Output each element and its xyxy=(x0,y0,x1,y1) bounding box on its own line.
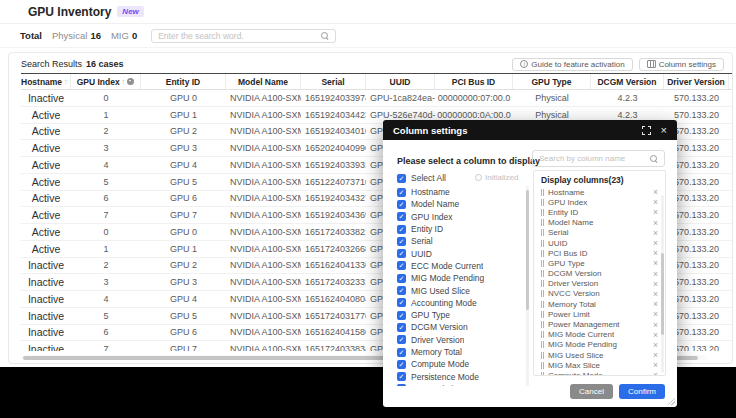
drag-handle-icon[interactable] xyxy=(541,352,544,359)
checkbox-checked-icon[interactable]: ✓ xyxy=(397,323,406,332)
checkbox-checked-icon[interactable]: ✓ xyxy=(397,348,406,357)
column-checkbox-item[interactable]: ✓UUID xyxy=(397,247,509,259)
drag-handle-icon[interactable] xyxy=(541,280,544,287)
column-checkbox-item[interactable]: ✓GPU Type xyxy=(397,309,509,321)
checkbox-checked-icon[interactable]: ✓ xyxy=(397,298,406,307)
display-column-item[interactable]: Model Name× xyxy=(534,218,665,228)
column-checkbox-item[interactable]: ✓Driver Version xyxy=(397,334,509,346)
column-settings-button[interactable]: Column settings xyxy=(639,58,724,71)
remove-icon[interactable]: × xyxy=(653,350,658,360)
drag-handle-icon[interactable] xyxy=(541,250,544,257)
column-checkbox-item[interactable]: ✓GPU Index xyxy=(397,211,509,223)
display-column-item[interactable]: Power Management× xyxy=(534,319,665,329)
column-checkbox-item[interactable]: ✓Hostname xyxy=(397,186,509,198)
checkbox-checked-icon[interactable]: ✓ xyxy=(397,212,406,221)
drag-handle-icon[interactable] xyxy=(541,321,544,328)
drag-handle-icon[interactable] xyxy=(541,219,544,226)
drag-handle-icon[interactable] xyxy=(541,270,544,277)
display-column-item[interactable]: GPU Index× xyxy=(534,197,665,207)
display-column-item[interactable]: UUID× xyxy=(534,238,665,248)
remove-icon[interactable]: × xyxy=(653,228,658,238)
display-column-item[interactable]: MIG Mode Current× xyxy=(534,330,665,340)
display-column-item[interactable]: MIG Used Slice× xyxy=(534,350,665,360)
checkbox-checked-icon[interactable]: ✓ xyxy=(397,360,406,369)
search-icon[interactable] xyxy=(321,32,329,40)
remove-icon[interactable]: × xyxy=(653,309,658,319)
column-header-dcgm-version[interactable]: DCGM Version xyxy=(591,74,664,89)
guide-button[interactable]: i Guide to feature activation xyxy=(512,58,632,71)
expand-icon[interactable] xyxy=(642,126,651,135)
drag-handle-icon[interactable] xyxy=(541,301,544,308)
column-checkbox-item[interactable]: ✓DCGM Version xyxy=(397,321,509,333)
drag-handle-icon[interactable] xyxy=(541,290,544,297)
display-column-item[interactable]: MIG Max Slice× xyxy=(534,360,665,370)
close-icon[interactable]: × xyxy=(661,125,667,136)
column-header-gpu-index[interactable]: GPU Index↑ xyxy=(71,74,141,89)
drag-handle-icon[interactable] xyxy=(541,372,544,376)
checkbox-checked-icon[interactable]: ✓ xyxy=(397,384,406,386)
remove-icon[interactable]: × xyxy=(653,299,658,309)
column-checkbox-item[interactable]: ✓Model Name xyxy=(397,198,509,210)
column-search-input[interactable]: Search by column name xyxy=(532,150,665,167)
checkbox-list-scrollbar[interactable] xyxy=(526,186,529,386)
column-header-model-name[interactable]: Model Name xyxy=(226,74,301,89)
display-list-scrollbar[interactable] xyxy=(661,195,664,373)
checkbox-checked-icon[interactable]: ✓ xyxy=(397,311,406,320)
column-header-entity-id[interactable]: Entity ID xyxy=(141,74,226,89)
checkbox-checked-icon[interactable]: ✓ xyxy=(397,200,406,209)
checkbox-list-scrollbar-thumb[interactable] xyxy=(526,190,529,310)
column-checkbox-item[interactable]: ✓Memory Total xyxy=(397,346,509,358)
checkbox-checked-icon[interactable]: ✓ xyxy=(397,286,406,295)
column-header-driver-version[interactable]: Driver Version xyxy=(664,74,729,89)
column-header-uuid[interactable]: UUID xyxy=(366,74,435,89)
checkbox-checked-icon[interactable]: ✓ xyxy=(397,225,406,234)
display-column-item[interactable]: Entity ID× xyxy=(534,207,665,217)
drag-handle-icon[interactable] xyxy=(541,362,544,369)
drag-handle-icon[interactable] xyxy=(541,341,544,348)
checkbox-checked-icon[interactable]: ✓ xyxy=(397,237,406,246)
display-column-item[interactable]: NVCC Version× xyxy=(534,289,665,299)
checkbox-checked-icon[interactable]: ✓ xyxy=(397,261,406,270)
remove-icon[interactable]: × xyxy=(653,289,658,299)
drag-handle-icon[interactable] xyxy=(541,209,544,216)
display-column-item[interactable]: Power Limit× xyxy=(534,309,665,319)
table-row[interactable]: Inactive0GPU 0NVIDIA A100-SXM4-…16519240… xyxy=(21,90,732,107)
column-checkbox-item[interactable]: ✓MIG Mode Pending xyxy=(397,272,509,284)
sort-icon[interactable]: ↑ xyxy=(64,77,68,86)
drag-handle-icon[interactable] xyxy=(541,240,544,247)
checkbox-checked-icon[interactable]: ✓ xyxy=(397,335,406,344)
column-header-hostname[interactable]: Hostname↑ xyxy=(21,74,71,89)
checkbox-checked-icon[interactable]: ✓ xyxy=(397,372,406,381)
column-checkbox-item[interactable]: ✓Serial xyxy=(397,235,509,247)
display-column-item[interactable]: Compute Mode× xyxy=(534,370,665,376)
column-header-pci-bus-id[interactable]: PCI Bus ID xyxy=(435,74,513,89)
remove-icon[interactable]: × xyxy=(653,207,658,217)
column-checkbox-item[interactable]: ✓Compute Mode xyxy=(397,358,509,370)
column-checkbox-item[interactable]: ✓ECC Mode Current xyxy=(397,260,509,272)
drag-handle-icon[interactable] xyxy=(541,260,544,267)
display-column-item[interactable]: Memory Total× xyxy=(534,299,665,309)
resize-handle[interactable] xyxy=(668,398,675,405)
column-header-extra[interactable] xyxy=(729,74,732,89)
remove-icon[interactable]: × xyxy=(653,360,658,370)
checkbox-checked-icon[interactable]: ✓ xyxy=(397,249,406,258)
filter-icon[interactable] xyxy=(127,78,134,85)
checkbox-checked-icon[interactable]: ✓ xyxy=(397,274,406,283)
sort-icon[interactable]: ↑ xyxy=(122,77,126,86)
cancel-button[interactable]: Cancel xyxy=(570,384,613,399)
checkbox-checked-icon[interactable]: ✓ xyxy=(397,174,406,183)
column-checkbox-item[interactable]: ✓Accounting Mode xyxy=(397,297,509,309)
column-checkbox-item[interactable]: ✓MIG Used Slice xyxy=(397,284,509,296)
column-header-gpu-type[interactable]: GPU Type xyxy=(513,74,591,89)
remove-icon[interactable]: × xyxy=(653,340,658,350)
display-column-item[interactable]: DCGM Version× xyxy=(534,269,665,279)
column-checkbox-item[interactable]: ✓Power Limit xyxy=(397,383,509,386)
display-column-item[interactable]: Serial× xyxy=(534,228,665,238)
remove-icon[interactable]: × xyxy=(653,279,658,289)
remove-icon[interactable]: × xyxy=(653,258,658,268)
remove-icon[interactable]: × xyxy=(653,330,658,340)
modal-header[interactable]: Column settings × xyxy=(383,120,677,140)
remove-icon[interactable]: × xyxy=(653,248,658,258)
remove-icon[interactable]: × xyxy=(653,197,658,207)
column-search-icon[interactable] xyxy=(650,155,658,163)
